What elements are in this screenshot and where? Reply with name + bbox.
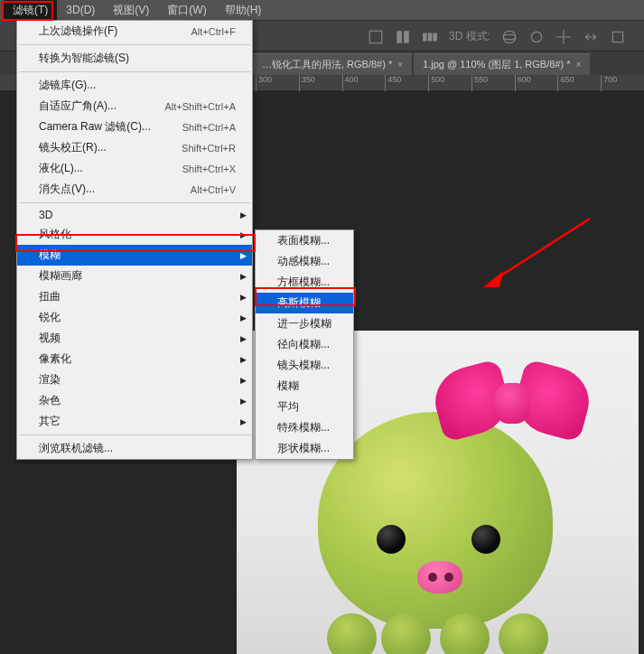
menubar: 滤镜(T) 3D(D) 视图(V) 窗口(W) 帮助(H): [0, 0, 644, 20]
tool-icon-3[interactable]: [422, 29, 438, 45]
menu-adaptive-wide[interactable]: 自适应广角(A)...Alt+Shift+Ctrl+A: [17, 96, 252, 117]
menu-blur-sub[interactable]: 模糊▶: [17, 245, 252, 266]
menu-render-sub[interactable]: 渲染▶: [17, 369, 252, 390]
ruler-tick: 400: [342, 75, 386, 91]
menu-distort-sub[interactable]: 扭曲▶: [17, 286, 252, 307]
menu-help[interactable]: 帮助(H): [216, 0, 271, 21]
chevron-right-icon: ▶: [240, 313, 247, 322]
menu-window[interactable]: 窗口(W): [158, 0, 215, 21]
tab-label: …锐化工具的用法, RGB/8#) *: [262, 58, 392, 71]
svg-rect-9: [612, 32, 622, 42]
chevron-right-icon: ▶: [240, 210, 247, 220]
chevron-right-icon: ▶: [240, 230, 247, 239]
svg-point-8: [531, 32, 541, 42]
svg-rect-0: [369, 31, 382, 43]
svg-rect-4: [428, 33, 433, 41]
menu-motion-blur[interactable]: 动感模糊...: [256, 251, 353, 272]
menu-filter[interactable]: 滤镜(T): [4, 0, 57, 21]
menu-gaussian-blur[interactable]: 高斯模糊...: [256, 293, 353, 313]
tool-icon-1[interactable]: [368, 29, 384, 45]
chevron-right-icon: ▶: [240, 272, 247, 281]
svg-rect-2: [404, 31, 409, 43]
menu-other-sub[interactable]: 其它▶: [17, 411, 252, 432]
menu-noise-sub[interactable]: 杂色▶: [17, 390, 252, 411]
menu-liquify[interactable]: 液化(L)...Shift+Ctrl+X: [17, 158, 252, 179]
menu-smart-blur[interactable]: 特殊模糊...: [256, 417, 353, 438]
svg-point-7: [503, 34, 516, 40]
menu-camera-raw[interactable]: Camera Raw 滤镜(C)...Shift+Ctrl+A: [17, 117, 252, 137]
filter-dropdown: 上次滤镜操作(F)Alt+Ctrl+F 转换为智能滤镜(S) 滤镜库(G)...…: [16, 20, 253, 460]
menu-lens-blur[interactable]: 镜头模糊...: [256, 355, 353, 376]
menu-sharpen-sub[interactable]: 锐化▶: [17, 307, 252, 328]
tab-label: 1.jpg @ 110% (图层 1, RGB/8#) *: [423, 58, 570, 71]
pan-icon[interactable]: [555, 29, 572, 45]
chevron-right-icon: ▶: [240, 417, 247, 426]
menu-separator: [19, 434, 250, 435]
menu-average[interactable]: 平均: [256, 397, 353, 417]
menu-shape-blur[interactable]: 形状模糊...: [256, 438, 353, 459]
ruler-tick: 350: [299, 75, 342, 91]
ruler-tick: 600: [515, 75, 558, 91]
chevron-right-icon: ▶: [240, 293, 247, 302]
menu-separator: [19, 202, 250, 203]
menu-blur[interactable]: 模糊: [256, 376, 353, 397]
ruler-tick: 700: [601, 75, 644, 91]
menu-blur-more[interactable]: 进一步模糊: [256, 313, 353, 334]
menu-browse-online[interactable]: 浏览联机滤镜...: [17, 438, 252, 459]
menu-radial-blur[interactable]: 径向模糊...: [256, 334, 353, 355]
scale-icon[interactable]: [610, 29, 626, 45]
ruler-tick: 500: [428, 75, 471, 91]
svg-rect-1: [397, 31, 402, 43]
menu-stylize-sub[interactable]: 风格化▶: [17, 224, 252, 245]
menu-smart-filter[interactable]: 转换为智能滤镜(S): [17, 48, 252, 69]
close-icon[interactable]: ×: [397, 60, 403, 70]
document-tab[interactable]: …锐化工具的用法, RGB/8#) * ×: [253, 53, 412, 75]
mode-label: 3D 模式:: [449, 29, 490, 44]
menu-view[interactable]: 视图(V): [104, 0, 158, 21]
menu-lens-correction[interactable]: 镜头校正(R)...Shift+Ctrl+R: [17, 137, 252, 158]
close-icon[interactable]: ×: [576, 60, 582, 70]
svg-point-6: [503, 31, 516, 43]
menu-video-sub[interactable]: 视频▶: [17, 328, 252, 349]
ruler-tick: 450: [385, 75, 428, 91]
menu-last-filter[interactable]: 上次滤镜操作(F)Alt+Ctrl+F: [17, 21, 252, 42]
tool-icon-2[interactable]: [395, 29, 411, 45]
menu-3d-sub[interactable]: 3D▶: [17, 206, 252, 224]
menu-vanishing-point[interactable]: 消失点(V)...Alt+Ctrl+V: [17, 179, 252, 200]
menu-separator: [19, 44, 250, 45]
document-tab[interactable]: 1.jpg @ 110% (图层 1, RGB/8#) * ×: [414, 53, 590, 75]
menu-blur-gallery-sub[interactable]: 模糊画廊▶: [17, 266, 252, 286]
chevron-right-icon: ▶: [240, 334, 247, 343]
slide-icon[interactable]: [583, 29, 599, 45]
svg-rect-5: [433, 33, 437, 41]
ruler-tick: 300: [256, 75, 299, 91]
blur-submenu: 表面模糊... 动感模糊... 方框模糊... 高斯模糊... 进一步模糊 径向…: [255, 229, 354, 460]
chevron-right-icon: ▶: [240, 251, 247, 260]
orbit-icon[interactable]: [501, 29, 518, 45]
menu-3d[interactable]: 3D(D): [57, 1, 104, 19]
menu-box-blur[interactable]: 方框模糊...: [256, 272, 353, 293]
roll-icon[interactable]: [528, 29, 545, 45]
ruler-tick: 650: [557, 75, 601, 91]
menu-surface-blur[interactable]: 表面模糊...: [256, 230, 353, 251]
chevron-right-icon: ▶: [240, 355, 247, 364]
menu-filter-gallery[interactable]: 滤镜库(G)...: [17, 75, 252, 96]
chevron-right-icon: ▶: [240, 397, 247, 406]
svg-rect-3: [423, 33, 427, 41]
menu-separator: [19, 71, 250, 72]
menu-pixelate-sub[interactable]: 像素化▶: [17, 349, 252, 369]
ruler-tick: 550: [471, 75, 515, 91]
chevron-right-icon: ▶: [240, 376, 247, 385]
